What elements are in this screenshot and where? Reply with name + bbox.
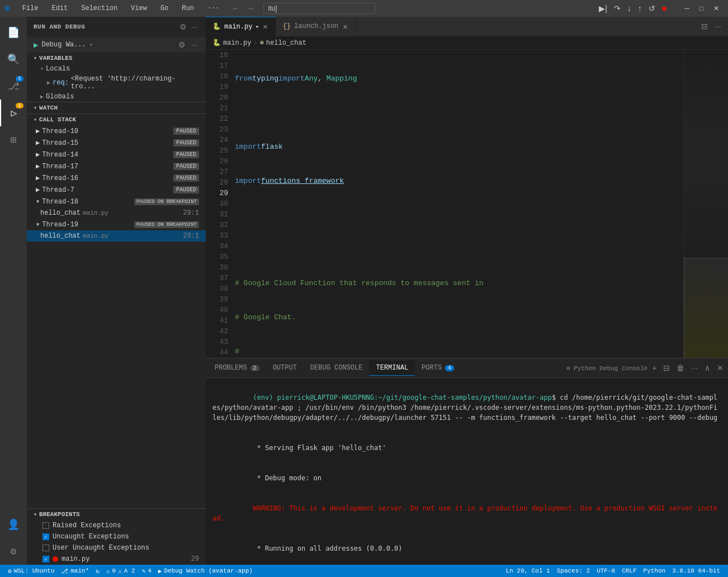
code-lines: from typing import Any, Mapping import f… bbox=[233, 50, 683, 358]
restart-button[interactable]: ↺ bbox=[646, 3, 658, 14]
status-errors[interactable]: ⚠ 0 ⚠ A 2 bbox=[103, 565, 139, 577]
thread-7[interactable]: ▶ Thread-7 PAUSED bbox=[27, 184, 206, 196]
debug-config-button[interactable]: ⚙ bbox=[178, 21, 188, 32]
thread-18[interactable]: ▾ Thread-18 PAUSED ON BREAKPOINT bbox=[27, 196, 206, 207]
stop-button[interactable]: ■ bbox=[660, 3, 669, 14]
globals-tree-item[interactable]: ▶ Globals bbox=[27, 92, 206, 102]
status-branch[interactable]: ⎇ main* bbox=[58, 565, 92, 577]
step-over-button[interactable]: ↷ bbox=[612, 3, 623, 14]
status-eol[interactable]: CRLF bbox=[618, 565, 640, 577]
status-eol-label: CRLF bbox=[622, 567, 636, 574]
new-terminal-button[interactable]: + bbox=[650, 362, 659, 373]
tab-launch-json[interactable]: {} launch.json ✕ bbox=[276, 17, 356, 36]
terminal-line-1: (env) pierrick@LAPTOP-HKU5PNNG:~/git/goo… bbox=[212, 382, 721, 433]
more-actions-button[interactable]: ··· bbox=[190, 21, 199, 32]
menu-view[interactable]: View bbox=[127, 3, 150, 13]
status-sync[interactable]: ↻ bbox=[92, 565, 103, 577]
forward-button[interactable]: → bbox=[244, 3, 257, 14]
thread-10[interactable]: ▶ Thread-10 PAUSED bbox=[27, 125, 206, 137]
maximize-button[interactable]: □ bbox=[695, 2, 708, 15]
more-tabs-button[interactable]: ··· bbox=[712, 21, 724, 32]
req-tree-item[interactable]: ▶ req: <Request 'http://charming-tro... bbox=[27, 74, 206, 92]
menu-edit[interactable]: Edit bbox=[48, 3, 71, 13]
breakpoints-section-header[interactable]: ▾ BREAKPOINTS bbox=[27, 509, 206, 520]
menu-more[interactable]: ··· bbox=[204, 3, 223, 13]
raised-exceptions-checkbox[interactable] bbox=[42, 522, 49, 529]
tab-terminal[interactable]: TERMINAL bbox=[369, 361, 415, 376]
bp-raised-exceptions[interactable]: Raised Exceptions bbox=[27, 520, 206, 531]
gear-button[interactable]: ⚙ bbox=[177, 39, 187, 50]
tab-modified-dot: ● bbox=[256, 24, 258, 29]
user-uncaught-exceptions-label: User Uncaught Exceptions bbox=[53, 544, 149, 552]
status-position[interactable]: Ln 29, Col 1 bbox=[503, 565, 554, 577]
activity-explorer[interactable]: 📄 bbox=[0, 19, 27, 46]
activity-settings[interactable]: ⚙ bbox=[0, 538, 27, 565]
status-spaces[interactable]: Spaces: 2 bbox=[554, 565, 593, 577]
req-chevron-icon: ▶ bbox=[47, 79, 50, 86]
panel-close-button[interactable]: ✕ bbox=[715, 362, 726, 373]
terminal-content[interactable]: (env) pierrick@LAPTOP-HKU5PNNG:~/git/goo… bbox=[206, 378, 728, 565]
split-terminal-button[interactable]: ⊟ bbox=[661, 362, 672, 373]
tab-ports[interactable]: PORTS 4 bbox=[415, 361, 461, 375]
activity-source-control[interactable]: ⎇ 5 bbox=[0, 73, 27, 100]
bp-user-uncaught-exceptions[interactable]: User Uncaught Exceptions bbox=[27, 542, 206, 554]
more-terminal-button[interactable]: ··· bbox=[689, 362, 700, 373]
status-debug-watch[interactable]: ▶ Debug Watch (avatar-app) bbox=[155, 565, 256, 577]
tab-main-py-close[interactable]: ✕ bbox=[262, 22, 268, 31]
callstack-section-header[interactable]: ▾ CALL STACK bbox=[27, 114, 206, 125]
split-editor-button[interactable]: ⊟ bbox=[699, 21, 710, 32]
bp-main-py[interactable]: ✓ main.py 29 bbox=[27, 554, 206, 565]
activity-run-debug[interactable]: ▷ 1 bbox=[0, 100, 27, 126]
minimize-button[interactable]: ─ bbox=[680, 2, 694, 15]
activity-extensions[interactable]: ⊞ bbox=[0, 126, 27, 153]
step-out-button[interactable]: ↑ bbox=[636, 3, 644, 14]
menu-file[interactable]: File bbox=[19, 3, 42, 13]
step-into-button[interactable]: ↓ bbox=[625, 3, 634, 14]
uncaught-exceptions-checkbox[interactable]: ✓ bbox=[42, 533, 49, 540]
thread-19-frame-hello-chat[interactable]: hello_chat main.py 29:1 bbox=[27, 230, 206, 242]
thread-14[interactable]: ▶ Thread-14 PAUSED bbox=[27, 149, 206, 160]
user-uncaught-exceptions-checkbox[interactable] bbox=[42, 545, 49, 551]
kill-terminal-button[interactable]: 🗑 bbox=[674, 362, 687, 373]
thread-15[interactable]: ▶ Thread-15 PAUSED bbox=[27, 137, 206, 149]
continue-button[interactable]: ▶| bbox=[597, 3, 609, 14]
thread-19[interactable]: ▾ Thread-19 PAUSED ON BREAKPOINT bbox=[27, 219, 206, 230]
activity-search[interactable]: 🔍 bbox=[0, 46, 27, 73]
status-python-version[interactable]: 3.8.10 64-bit bbox=[669, 565, 724, 577]
search-input[interactable] bbox=[263, 3, 375, 14]
minimap-content bbox=[684, 50, 728, 358]
variables-section-header[interactable]: ▾ VARIABLES bbox=[27, 53, 206, 64]
back-button[interactable]: ← bbox=[230, 3, 242, 14]
tab-debug-console[interactable]: DEBUG CONSOLE bbox=[304, 361, 370, 375]
bp-uncaught-exceptions[interactable]: ✓ Uncaught Exceptions bbox=[27, 531, 206, 542]
frame-line-label-19: 29:1 bbox=[183, 232, 199, 240]
close-button[interactable]: ✕ bbox=[709, 2, 724, 15]
thread-17[interactable]: ▶ Thread-17 PAUSED bbox=[27, 160, 206, 172]
breadcrumb-main-py[interactable]: main.py bbox=[223, 39, 251, 47]
account-icon: 👤 bbox=[7, 518, 20, 531]
status-language[interactable]: Python bbox=[640, 565, 669, 577]
watch-section-header[interactable]: ▾ WATCH bbox=[27, 102, 206, 113]
breakpoint-dot-icon bbox=[53, 556, 58, 562]
breadcrumb: 🐍 main.py › ⊕ hello_chat bbox=[206, 36, 728, 50]
minimap[interactable] bbox=[683, 50, 728, 358]
status-edit-count[interactable]: ✎ 4 bbox=[139, 565, 155, 577]
menu-selection[interactable]: Selection bbox=[78, 3, 121, 13]
breadcrumb-hello-chat[interactable]: hello_chat bbox=[266, 39, 306, 47]
thread-18-frame-hello-chat[interactable]: hello_chat main.py 29:1 bbox=[27, 207, 206, 219]
menu-go[interactable]: Go bbox=[157, 3, 172, 13]
ellipsis-button[interactable]: ··· bbox=[190, 39, 199, 50]
tab-problems[interactable]: PROBLEMS 2 bbox=[208, 361, 266, 375]
panel-up-button[interactable]: ∧ bbox=[702, 362, 712, 373]
status-encoding[interactable]: UTF-8 bbox=[593, 565, 618, 577]
tab-main-py[interactable]: 🐍 main.py ● ✕ bbox=[206, 17, 276, 36]
tab-launch-json-close[interactable]: ✕ bbox=[342, 22, 348, 31]
menu-run[interactable]: Run bbox=[178, 3, 197, 13]
code-editor[interactable]: 16 17 18 19 20 21 22 23 24 25 26 27 28 2… bbox=[206, 50, 728, 358]
tab-output[interactable]: OUTPUT bbox=[266, 361, 304, 375]
status-remote[interactable]: ⚙ WSL: Ubuntu bbox=[4, 565, 58, 577]
main-py-checkbox[interactable]: ✓ bbox=[42, 556, 49, 562]
activity-account[interactable]: 👤 bbox=[0, 511, 27, 538]
thread-16[interactable]: ▶ Thread-16 PAUSED bbox=[27, 172, 206, 184]
locals-tree-item[interactable]: ▾ Locals bbox=[27, 64, 206, 74]
